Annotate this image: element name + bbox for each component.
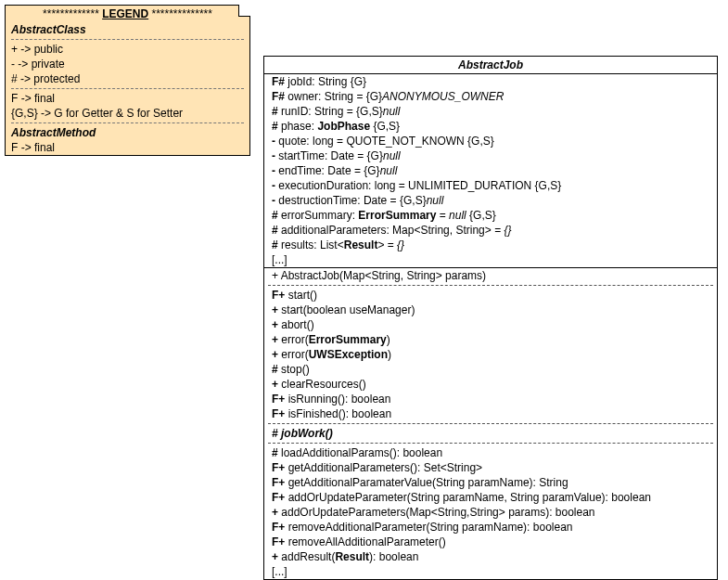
stars-right: ************** <box>152 7 212 20</box>
method1-row-3: + error(ErrorSummary) <box>264 332 717 347</box>
field-row-8: - destructionTime: Date = {G,S}null <box>264 193 717 208</box>
legend-sep1 <box>11 39 244 40</box>
legend-abstract-method: AbstractMethod <box>6 125 249 140</box>
legend-private: - -> private <box>6 57 249 71</box>
field-row-0: F# jobId: String {G} <box>264 74 717 89</box>
method1-row-5: # stop() <box>264 362 717 377</box>
legend-sep2 <box>11 88 244 89</box>
method1-row-7: F+ isRunning(): boolean <box>264 392 717 406</box>
legend-protected: # -> protected <box>6 71 249 86</box>
method2-row-4: + addOrUpdateParameters(Map<String,Strin… <box>264 505 717 520</box>
field-row-1: F# owner: String = {G}ANONYMOUS_OWNER <box>264 89 717 104</box>
field-row-10: # additionalParameters: Map<String, Stri… <box>264 223 717 238</box>
constructor-row: + AbstractJob(Map<String, String> params… <box>264 268 717 283</box>
sep-abs <box>268 443 713 444</box>
legend-final: F -> final <box>6 91 249 106</box>
legend-final2: F -> final <box>6 140 249 155</box>
field-row-5: - startTime: Date = {G}null <box>264 148 717 163</box>
field-row-11: # results: List<Result> = {} <box>264 238 717 252</box>
field-row-12: [...] <box>264 252 717 267</box>
abstract-method-row: # jobWork() <box>264 426 717 441</box>
field-row-2: # runID: String = {G,S}null <box>264 104 717 119</box>
method2-row-2: F+ getAdditionalParamaterValue(String pa… <box>264 475 717 490</box>
field-row-3: # phase: JobPhase {G,S} <box>264 119 717 134</box>
note-fold <box>238 5 250 17</box>
method2-row-1: F+ getAdditionalParameters(): Set<String… <box>264 460 717 475</box>
methods-section: + AbstractJob(Map<String, String> params… <box>264 268 717 579</box>
legend-public: + -> public <box>6 42 249 57</box>
stars-left: ************* <box>43 7 99 20</box>
class-name: AbstractJob <box>264 57 717 74</box>
method2-row-7: + addResult(Result): boolean <box>264 549 717 564</box>
legend-text: LEGEND <box>102 7 148 20</box>
class-abstractjob: AbstractJob F# jobId: String {G}F# owner… <box>263 56 718 580</box>
legend-title: ************* LEGEND ************** <box>6 6 249 22</box>
legend-note: ************* LEGEND ************** Abst… <box>5 5 250 156</box>
field-row-9: # errorSummary: ErrorSummary = null {G,S… <box>264 208 717 223</box>
method2-row-3: F+ addOrUpdateParameter(String paramName… <box>264 490 717 505</box>
sep-m1 <box>268 423 713 424</box>
method1-row-2: + abort() <box>264 317 717 332</box>
field-row-6: - endTime: Date = {G}null <box>264 163 717 178</box>
legend-sep3 <box>11 122 244 123</box>
method1-row-0: F+ start() <box>264 288 717 303</box>
legend-abstract-class: AbstractClass <box>6 22 249 37</box>
method2-row-8: [...] <box>264 564 717 579</box>
field-row-4: - quote: long = QUOTE_NOT_KNOWN {G,S} <box>264 134 717 148</box>
fields-section: F# jobId: String {G}F# owner: String = {… <box>264 74 717 268</box>
method1-row-4: + error(UWSException) <box>264 347 717 362</box>
field-row-7: - executionDuration: long = UNLIMITED_DU… <box>264 178 717 193</box>
legend-gs: {G,S} -> G for Getter & S for Setter <box>6 106 249 121</box>
method1-row-8: F+ isFinished(): boolean <box>264 406 717 421</box>
method1-row-1: + start(boolean useManager) <box>264 303 717 317</box>
sep-ctor <box>268 285 713 286</box>
method2-row-6: F+ removeAllAdditionalParameter() <box>264 535 717 549</box>
method2-row-5: F+ removeAdditionalParameter(String para… <box>264 520 717 535</box>
method1-row-6: + clearResources() <box>264 377 717 392</box>
method2-row-0: # loadAdditionalParams(): boolean <box>264 445 717 460</box>
